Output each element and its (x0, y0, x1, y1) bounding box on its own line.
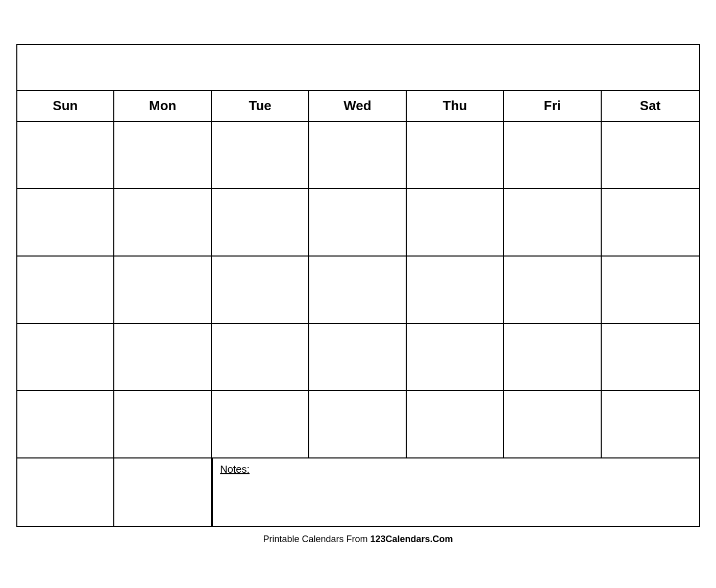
header-thu: Thu (407, 91, 504, 121)
cell-3-2[interactable] (114, 257, 212, 323)
cell-3-3[interactable] (212, 257, 309, 323)
cell-2-5[interactable] (407, 189, 504, 255)
cell-3-6[interactable] (504, 257, 602, 323)
notes-area[interactable]: Notes: (212, 458, 699, 526)
cell-5-7[interactable] (602, 391, 699, 457)
notes-label: Notes: (220, 464, 250, 475)
cell-4-6[interactable] (504, 324, 602, 390)
cell-5-3[interactable] (212, 391, 309, 457)
footer-text-normal: Printable Calendars From (263, 534, 370, 544)
header-mon: Mon (114, 91, 212, 121)
header-sat: Sat (602, 91, 699, 121)
cell-5-1[interactable] (17, 391, 115, 457)
notes-row: Notes: (17, 458, 699, 526)
cell-4-5[interactable] (407, 324, 504, 390)
cell-3-1[interactable] (17, 257, 115, 323)
cell-2-7[interactable] (602, 189, 699, 255)
footer: Printable Calendars From 123Calendars.Co… (16, 534, 700, 545)
header-wed: Wed (309, 91, 407, 121)
calendar-title-row (17, 45, 699, 91)
cell-2-3[interactable] (212, 189, 309, 255)
cell-2-1[interactable] (17, 189, 115, 255)
notes-cell-1[interactable] (17, 458, 115, 526)
cell-1-4[interactable] (309, 122, 407, 188)
cell-1-2[interactable] (114, 122, 212, 188)
header-tue: Tue (212, 91, 309, 121)
cell-1-5[interactable] (407, 122, 504, 188)
cell-4-3[interactable] (212, 324, 309, 390)
cell-5-2[interactable] (114, 391, 212, 457)
cell-4-4[interactable] (309, 324, 407, 390)
cell-3-4[interactable] (309, 257, 407, 323)
cell-5-5[interactable] (407, 391, 504, 457)
cell-1-3[interactable] (212, 122, 309, 188)
calendar-container: Sun Mon Tue Wed Thu Fri Sat (16, 44, 700, 527)
cell-1-7[interactable] (602, 122, 699, 188)
calendar-body: Notes: (17, 122, 699, 526)
cell-2-2[interactable] (114, 189, 212, 255)
header-sun: Sun (17, 91, 115, 121)
cell-2-4[interactable] (309, 189, 407, 255)
cell-3-5[interactable] (407, 257, 504, 323)
calendar-header: Sun Mon Tue Wed Thu Fri Sat (17, 91, 699, 122)
calendar-row-5 (17, 391, 699, 458)
cell-4-2[interactable] (114, 324, 212, 390)
notes-cell-2[interactable] (114, 458, 212, 526)
calendar-row-3 (17, 257, 699, 324)
footer-text-bold: 123Calendars.Com (371, 534, 453, 544)
cell-4-1[interactable] (17, 324, 115, 390)
cell-5-4[interactable] (309, 391, 407, 457)
cell-5-6[interactable] (504, 391, 602, 457)
calendar-row-2 (17, 189, 699, 257)
cell-1-6[interactable] (504, 122, 602, 188)
cell-1-1[interactable] (17, 122, 115, 188)
cell-2-6[interactable] (504, 189, 602, 255)
cell-4-7[interactable] (602, 324, 699, 390)
page-wrapper: Sun Mon Tue Wed Thu Fri Sat (16, 44, 700, 545)
header-fri: Fri (504, 91, 602, 121)
cell-3-7[interactable] (602, 257, 699, 323)
calendar-row-4 (17, 324, 699, 391)
calendar-row-1 (17, 122, 699, 189)
